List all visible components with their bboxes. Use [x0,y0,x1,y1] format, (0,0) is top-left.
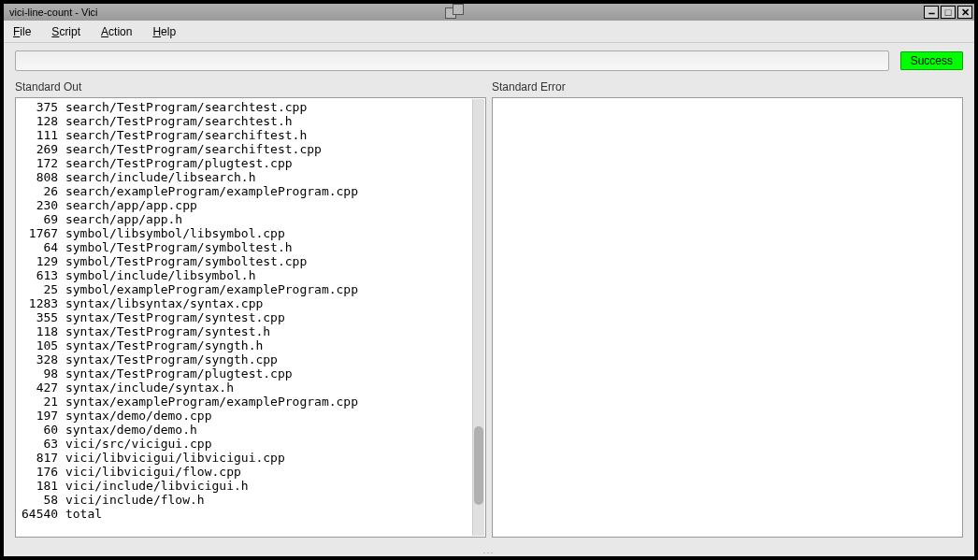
window-controls: ‒ □ ✕ [924,6,972,19]
titlebar[interactable]: vici-line-count - Vici ‒ □ ✕ [4,4,974,21]
command-row: Success [4,43,974,79]
close-button[interactable]: ✕ [957,6,972,19]
menu-script[interactable]: Script [51,25,80,38]
menu-file[interactable]: File [13,25,31,38]
titlebar-decor-icon [443,6,490,19]
menu-action[interactable]: Action [101,25,132,38]
output-panes: Standard Out 375 search/TestProgram/sear… [4,79,974,549]
stderr-label: Standard Error [492,79,963,97]
app-window: vici-line-count - Vici ‒ □ ✕ File Script… [0,0,978,560]
stderr-text[interactable] [493,98,962,537]
stdout-text[interactable]: 375 search/TestProgram/searchtest.cpp 12… [16,98,485,537]
stderr-body [492,97,963,538]
stdout-pane: Standard Out 375 search/TestProgram/sear… [15,79,486,538]
stdout-body: 375 search/TestProgram/searchtest.cpp 12… [15,97,486,538]
window-title: vici-line-count - Vici [6,7,443,18]
stdout-scrollbar[interactable] [472,99,484,536]
maximize-button[interactable]: □ [941,6,956,19]
menu-help[interactable]: Help [152,25,176,38]
command-input[interactable] [15,50,889,71]
status-badge: Success [900,51,963,70]
menubar: File Script Action Help [4,21,974,43]
minimize-button[interactable]: ‒ [924,6,939,19]
resize-grip[interactable]: ··· [4,549,974,556]
stderr-pane: Standard Error [492,79,963,538]
stdout-label: Standard Out [15,79,486,97]
stdout-scroll-thumb[interactable] [474,426,483,505]
